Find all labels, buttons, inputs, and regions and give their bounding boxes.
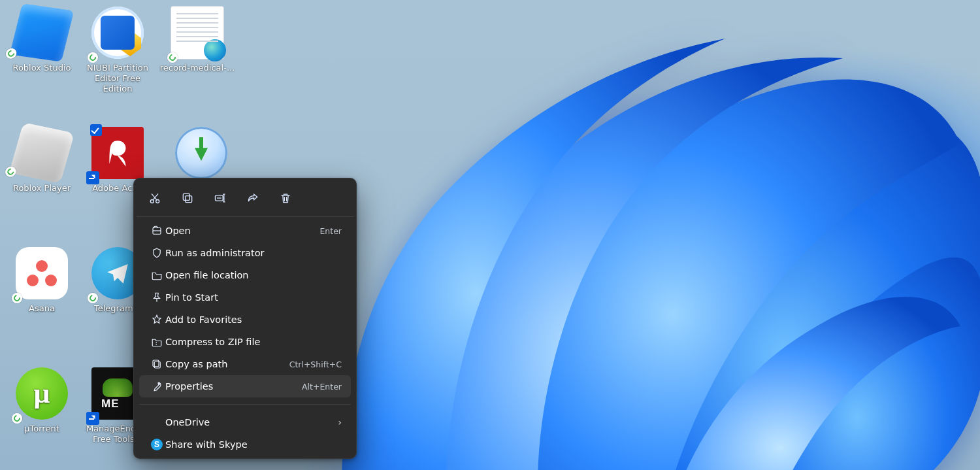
svg-rect-7 [153, 360, 159, 367]
svg-rect-6 [154, 361, 160, 368]
desktop-icon-downloader[interactable] [163, 127, 239, 183]
menu-item-folder[interactable]: Open file location [139, 264, 351, 286]
context-menu: OpenEnterRun as administratorOpen file l… [133, 178, 357, 459]
menu-item-accelerator: Ctrl+Shift+C [289, 360, 342, 369]
menu-item-label: Pin to Start [165, 292, 342, 303]
utorrent-icon: µ [16, 367, 68, 420]
menu-item-label: Open file location [165, 270, 342, 280]
desktop-icon-label: record-medical-... [159, 63, 235, 73]
delete-button[interactable] [275, 188, 296, 209]
selected-check-icon [90, 124, 102, 136]
shield-icon [148, 247, 165, 259]
svg-rect-2 [186, 196, 192, 203]
menu-item-onedrive[interactable]: OneDrive› [139, 411, 351, 433]
menu-item-shield[interactable]: Run as administrator [139, 242, 351, 264]
desktop-icon-label: NIUBI Partition Editor Free Edition [80, 63, 155, 94]
desktop-icon-label: Asana [4, 303, 80, 314]
sync-status-icon [12, 413, 22, 424]
desktop-icon-label: Roblox Player [4, 183, 80, 193]
desktop-icon-label: μTorrent [4, 424, 80, 434]
downloader-icon [175, 127, 227, 179]
copypath-icon [148, 358, 165, 370]
desktop-icon-roblox-studio[interactable]: Roblox Studio [4, 7, 80, 73]
props-icon [148, 380, 165, 392]
svg-point-8 [159, 383, 160, 384]
open-icon [148, 225, 165, 237]
cut-button[interactable] [144, 188, 165, 209]
menu-item-accelerator: Alt+Enter [302, 382, 342, 392]
share-button[interactable] [242, 188, 263, 209]
pin-icon [148, 292, 165, 303]
menu-item-label: Copy as path [165, 359, 289, 369]
star-icon [148, 314, 165, 326]
skype-icon: S [148, 439, 165, 450]
folder-icon [148, 269, 165, 281]
desktop-icon-asana[interactable]: Asana [4, 247, 80, 314]
context-menu-separator [139, 404, 351, 405]
menu-item-skype[interactable]: SShare with Skype [139, 433, 351, 456]
desktop-icon-utorrent[interactable]: µμTorrent [4, 367, 80, 434]
onedrive-icon [148, 416, 165, 428]
menu-item-label: Run as administrator [165, 248, 342, 258]
roblox-player-icon [9, 122, 74, 184]
sync-status-icon [12, 293, 22, 303]
shortcut-arrow-icon [86, 412, 99, 425]
menu-item-accelerator: Enter [319, 226, 342, 236]
sync-status-icon [4, 165, 17, 178]
sync-status-icon [88, 293, 98, 303]
desktop-icon-record-medical[interactable]: record-medical-... [159, 7, 235, 73]
menu-item-zip[interactable]: Compress to ZIP file [139, 331, 351, 353]
menu-item-props[interactable]: PropertiesAlt+Enter [139, 375, 351, 397]
niubi-icon [91, 7, 144, 59]
roblox-studio-icon [10, 3, 74, 61]
rename-button[interactable] [210, 188, 231, 209]
menu-item-label: Share with Skype [165, 439, 342, 450]
menu-item-label: Compress to ZIP file [165, 337, 342, 347]
menu-item-star[interactable]: Add to Favorites [139, 309, 351, 331]
desktop-icon-niubi[interactable]: NIUBI Partition Editor Free Edition [80, 7, 155, 94]
sync-status-icon [167, 52, 178, 63]
record-medical-icon [171, 7, 223, 59]
context-menu-extra: OneDrive›SShare with Skype [137, 409, 353, 458]
menu-item-copypath[interactable]: Copy as pathCtrl+Shift+C [139, 353, 351, 375]
sync-status-icon [5, 48, 18, 59]
context-menu-list: OpenEnterRun as administratorOpen file l… [137, 217, 353, 400]
sync-status-icon [88, 52, 98, 63]
desktop-icon-roblox-player[interactable]: Roblox Player [4, 127, 80, 193]
svg-rect-3 [183, 193, 189, 200]
desktop-icon-label: Roblox Studio [4, 63, 80, 73]
context-menu-toolbar [137, 182, 353, 217]
menu-item-label: Properties [165, 381, 302, 392]
asana-icon [16, 247, 68, 299]
menu-item-open[interactable]: OpenEnter [139, 220, 351, 242]
menu-item-pin[interactable]: Pin to Start [139, 286, 351, 309]
zip-icon [148, 336, 165, 348]
chevron-right-icon: › [338, 417, 342, 428]
copy-button[interactable] [177, 188, 198, 209]
menu-item-label: OneDrive [165, 417, 338, 428]
adobe-acrobat-icon [91, 127, 144, 179]
shortcut-arrow-icon [86, 171, 99, 184]
menu-item-label: Open [165, 226, 319, 236]
menu-item-label: Add to Favorites [165, 314, 342, 325]
